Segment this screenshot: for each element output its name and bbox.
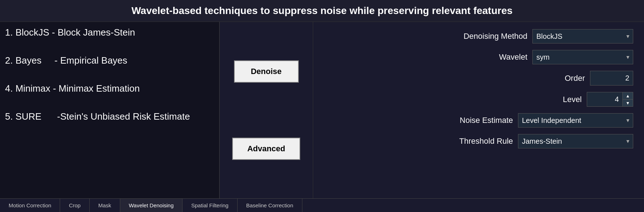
- level-spinners: ▲ ▼: [623, 92, 633, 107]
- noise-estimate-row: Noise Estimate Level Independent Level D…: [324, 113, 633, 128]
- page-title: Wavelet-based techniques to suppress noi…: [0, 0, 644, 22]
- wavelet-select[interactable]: sym db haar coif: [532, 50, 633, 64]
- threshold-rule-row: Threshold Rule James-Stein Soft Hard Gar…: [324, 134, 633, 148]
- order-row: Order: [324, 71, 633, 86]
- description-text: 1. BlockJS - Block James-Stein 2. Bayes …: [5, 26, 214, 124]
- level-up-button[interactable]: ▲: [623, 92, 633, 100]
- list-item-2: 2. Bayes - Empirical Bayes: [5, 54, 214, 68]
- tab-mask[interactable]: Mask: [90, 199, 120, 212]
- denoising-method-wrapper: BlockJS Bayes Minimax SURE: [532, 29, 633, 43]
- denoising-method-label: Denoising Method: [464, 32, 527, 41]
- denoising-method-row: Denoising Method BlockJS Bayes Minimax S…: [324, 29, 633, 43]
- threshold-rule-label: Threshold Rule: [459, 137, 513, 146]
- level-row: Level ▲ ▼: [324, 92, 633, 107]
- noise-estimate-wrapper: Level Independent Level Dependent: [518, 113, 633, 128]
- center-panel: Denoise Advanced: [220, 22, 313, 198]
- level-input[interactable]: [587, 92, 623, 107]
- wavelet-row: Wavelet sym db haar coif: [324, 50, 633, 64]
- wavelet-wrapper: sym db haar coif: [532, 50, 633, 64]
- noise-estimate-label: Noise Estimate: [460, 116, 513, 125]
- level-wrapper: ▲ ▼: [587, 92, 633, 107]
- tab-wavelet-denoising[interactable]: Wavelet Denoising: [120, 199, 183, 212]
- description-panel: 1. BlockJS - Block James-Stein 2. Bayes …: [0, 22, 220, 198]
- order-label: Order: [565, 74, 585, 83]
- level-label: Level: [563, 95, 582, 104]
- tab-baseline-correction[interactable]: Baseline Correction: [238, 199, 302, 212]
- tab-crop[interactable]: Crop: [60, 199, 90, 212]
- tab-motion-correction[interactable]: Motion Correction: [0, 199, 60, 212]
- controls-panel: Denoising Method BlockJS Bayes Minimax S…: [313, 22, 644, 198]
- tab-bar: Motion Correction Crop Mask Wavelet Deno…: [0, 198, 644, 212]
- list-item-4: 5. SURE -Stein's Unbiased Risk Estimate: [5, 110, 214, 124]
- threshold-rule-select[interactable]: James-Stein Soft Hard Garrote: [518, 134, 633, 148]
- tab-spatial-filtering[interactable]: Spatial Filtering: [183, 199, 237, 212]
- list-item-3: 4. Minimax - Minimax Estimation: [5, 82, 214, 96]
- threshold-rule-wrapper: James-Stein Soft Hard Garrote: [518, 134, 633, 148]
- level-down-button[interactable]: ▼: [623, 100, 633, 106]
- noise-estimate-select[interactable]: Level Independent Level Dependent: [518, 113, 633, 128]
- list-item-1: 1. BlockJS - Block James-Stein: [5, 26, 214, 40]
- wavelet-label: Wavelet: [499, 52, 527, 62]
- advanced-button[interactable]: Advanced: [232, 138, 300, 160]
- denoising-method-select[interactable]: BlockJS Bayes Minimax SURE: [532, 29, 633, 43]
- order-input[interactable]: [590, 71, 633, 86]
- denoise-button[interactable]: Denoise: [234, 60, 299, 83]
